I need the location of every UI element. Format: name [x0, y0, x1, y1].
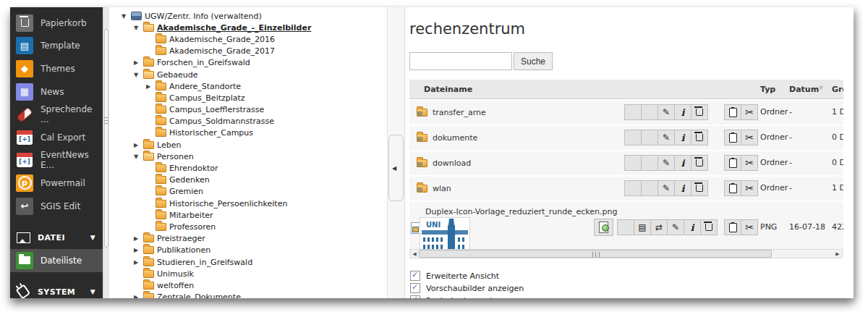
tree-node-mitarbeiter[interactable]: Mitarbeiter	[109, 209, 387, 221]
collapse-icon[interactable]: ▼	[134, 25, 143, 31]
file-name[interactable]: wlan	[433, 184, 451, 193]
sidebar-item-themes[interactable]: ◆Themes	[10, 57, 103, 80]
cut-button[interactable]: ✂	[741, 219, 758, 235]
checkbox-icon[interactable]	[410, 271, 420, 281]
checkbox-papierkorb[interactable]: Papierkorb anzeigen	[410, 295, 507, 298]
tree-node-label[interactable]: Professoren	[169, 222, 216, 232]
rename-button[interactable]: ✎	[658, 180, 675, 196]
tree-node-leben[interactable]: ▶Leben	[109, 139, 387, 151]
chevron-down-icon[interactable]: ▼	[90, 234, 95, 241]
tree-node-label[interactable]: Akademische_Grade_2016	[169, 35, 275, 44]
rename-button[interactable]: ✎	[658, 130, 675, 146]
delete-button[interactable]	[691, 104, 708, 120]
tree-node-label[interactable]: Campus_Beitzplatz	[169, 93, 245, 103]
tree-node-gedenken[interactable]: Gedenken	[109, 174, 387, 186]
tree-node-zentrale-dokumente[interactable]: ▶Zentrale_Dokumente	[109, 292, 387, 299]
module-menu-scrollbar[interactable]	[103, 7, 109, 298]
info-button[interactable]: i	[674, 130, 692, 146]
scroll-right-icon[interactable]: ▶	[833, 250, 842, 258]
expand-icon[interactable]: ▶	[134, 235, 143, 242]
sidebar-item-dateiliste[interactable]: Dateiliste	[10, 249, 103, 272]
tree-node-ehrendoktor[interactable]: Ehrendoktor	[109, 162, 387, 174]
tree-node-label[interactable]: Mitarbeiter	[169, 211, 213, 220]
tree-node-historischer-campus[interactable]: Historischer_Campus	[109, 127, 387, 139]
tree-node-unimusik[interactable]: Unimusik	[109, 268, 387, 279]
checkbox-erweiterte-ansicht[interactable]: Erweiterte Ansicht	[410, 271, 499, 281]
tree-node-label[interactable]: Studieren_in_Greifswald	[157, 258, 252, 267]
cut-button[interactable]: ✂	[741, 180, 758, 196]
checkbox-vorschaubilder[interactable]: Vorschaubilder anzeigen	[410, 283, 524, 293]
tree-node-label[interactable]: Campus_Soldmannstrasse	[169, 117, 274, 126]
sidebar-item-sprechende[interactable]: Sprechende ...	[10, 103, 103, 126]
delete-button[interactable]	[691, 155, 708, 171]
tree-node-akademische-grade-2017[interactable]: Akademische_Grade_2017	[109, 46, 387, 57]
tree-node-label[interactable]: Forschen_in_Greifswald	[157, 58, 250, 67]
tree-node-weltoffen[interactable]: weltoffen	[109, 279, 387, 291]
collapse-icon[interactable]: ▼	[134, 153, 143, 160]
tree-node-historische-persoenlichkeiten[interactable]: Historische_Persoenlichkeiten	[109, 198, 387, 209]
checkbox-icon[interactable]	[410, 283, 420, 293]
tree-node-akademische-grade-2016[interactable]: Akademische_Grade_2016	[109, 33, 387, 45]
sidebar-item-powermail[interactable]: pPowermail	[10, 172, 103, 195]
cut-button[interactable]: ✂	[741, 130, 758, 146]
table-row-wlan[interactable]: wlan✎i✂Ordner-1 Da	[409, 177, 843, 201]
paste-button[interactable]	[724, 180, 741, 196]
tree-node-label[interactable]: Personen	[157, 152, 194, 161]
file-name[interactable]: transfer_arne	[433, 108, 486, 117]
expand-icon[interactable]: ▶	[146, 83, 156, 90]
paste-button[interactable]	[724, 219, 741, 235]
tree-node-gebaeude[interactable]: ▼Gebaeude	[109, 69, 387, 80]
sidebar-item-news[interactable]: ▦News	[10, 80, 103, 104]
tree-node-campus-soldmannstrasse[interactable]: Campus_Soldmannstrasse	[109, 116, 387, 127]
tree-node-label[interactable]: Historischer_Campus	[169, 128, 253, 138]
tree-node-publikationen[interactable]: ▶Publikationen	[109, 245, 387, 256]
col-datum[interactable]: Datum	[789, 85, 819, 94]
tree-node-label[interactable]: weltoffen	[157, 281, 194, 290]
tree-node-akademische-grade-einzelbilder[interactable]: ▼Akademische_Grade_-_Einzelbilder	[109, 22, 387, 33]
table-row-duplex-icon-vorlage-reduziert-runde-ecken-png[interactable]: Duplex-Icon-Vorlage_reduziert_runde_ecke…	[409, 202, 843, 253]
sidebar-item-sgis-edit[interactable]: ↩SGIS Edit	[10, 195, 103, 218]
file-name[interactable]: dokumente	[433, 133, 477, 143]
tree-node-studieren-in-greifswald[interactable]: ▶Studieren_in_Greifswald	[109, 256, 387, 268]
table-row-dokumente[interactable]: dokumente✎i✂Ordner-0 Da	[409, 126, 843, 150]
info-button[interactable]: i	[674, 155, 692, 171]
paste-button[interactable]	[724, 155, 741, 171]
cut-button[interactable]: ✂	[741, 104, 758, 120]
tree-node-label[interactable]: UGW/Zentr. Info (verwaltend)	[145, 12, 262, 21]
sidebar-item-eventnews-e[interactable]: EventNews E...	[10, 149, 103, 172]
expand-icon[interactable]: ▶	[134, 59, 143, 66]
horizontal-scrollbar[interactable]: ◀ ▶	[409, 249, 843, 258]
expand-icon[interactable]: ▶	[134, 259, 143, 266]
table-row-download[interactable]: download✎i✂Ordner-0 Da	[409, 151, 843, 175]
replace-button[interactable]: ⇄	[650, 219, 668, 235]
tree-node-personen[interactable]: ▼Personen	[109, 151, 387, 162]
rename-button[interactable]: ✎	[658, 104, 675, 120]
tree-node-label[interactable]: Gremien	[169, 187, 203, 196]
col-typ[interactable]: Typ	[760, 85, 775, 94]
tree-node-ugw-zentr-info-verwaltend[interactable]: ▼UGW/Zentr. Info (verwaltend)	[109, 10, 387, 22]
tree-node-label[interactable]: Unimusik	[157, 269, 194, 279]
info-button[interactable]: i	[684, 219, 701, 235]
uni-building-thumbnail[interactable]: UNI	[420, 217, 470, 253]
col-dateiname[interactable]: Dateiname	[424, 85, 472, 94]
tree-node-label[interactable]: Publikationen	[157, 245, 210, 255]
info-button[interactable]: i	[674, 180, 692, 196]
tree-node-label[interactable]: Campus_Loefflerstrasse	[169, 105, 264, 114]
tree-node-label[interactable]: Akademische_Grade_-_Einzelbilder	[157, 23, 311, 33]
delete-button[interactable]	[700, 219, 718, 235]
search-input[interactable]	[409, 52, 512, 70]
file-name[interactable]: download	[433, 159, 471, 168]
rename-button[interactable]: ✎	[658, 155, 675, 171]
tree-node-label[interactable]: Preistraeger	[157, 234, 205, 243]
rename-button[interactable]: ✎	[667, 219, 684, 235]
sidebar-section-datei[interactable]: DATEI▼	[10, 226, 103, 249]
tree-node-label[interactable]: Historische_Persoenlichkeiten	[169, 199, 287, 208]
expand-icon[interactable]: ▶	[134, 142, 143, 148]
tree-node-andere-standorte[interactable]: ▶Andere_Standorte	[109, 80, 387, 92]
tree-node-label[interactable]: Gebaeude	[157, 70, 198, 80]
info-button[interactable]: i	[674, 104, 692, 120]
scroll-left-icon[interactable]: ◀	[410, 250, 419, 258]
sidebar-item-template[interactable]: ▤Template	[10, 35, 103, 58]
paste-button[interactable]	[724, 130, 741, 146]
tree-node-gremien[interactable]: Gremien	[109, 186, 387, 198]
